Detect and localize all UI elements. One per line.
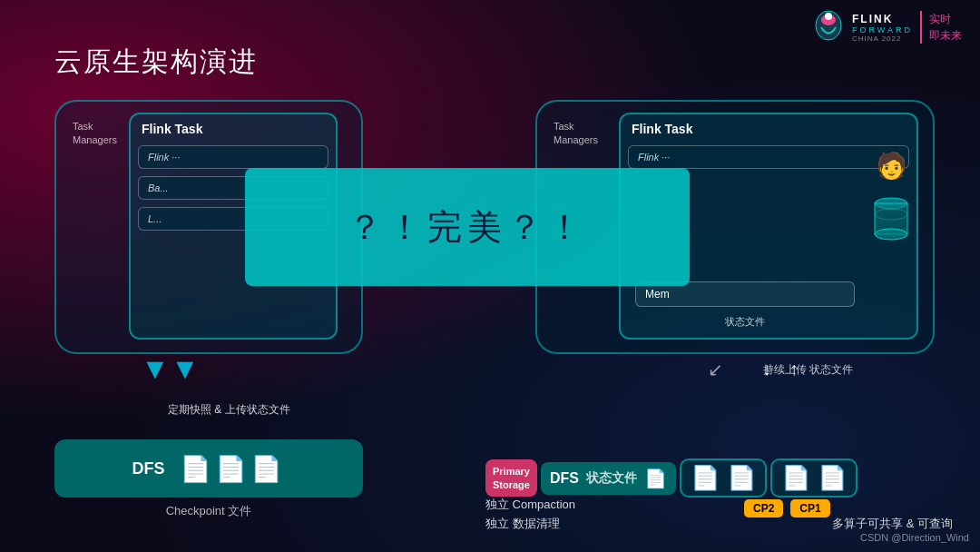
bottom-text-compaction: 独立 Compaction 独立 数据清理 (485, 496, 575, 534)
right-inner-block-1: Flink ··· (628, 145, 909, 169)
svg-point-5 (875, 229, 907, 240)
left-down-arrow-2: ▼ (171, 354, 200, 383)
logo-right: 实时 即未来 (920, 11, 962, 44)
right-task-manager-label: TaskManagers (554, 120, 598, 148)
periodic-label: 定期快照 & 上传状态文件 (168, 402, 290, 418)
logo-subtitle: CHINA 2022 (852, 34, 913, 43)
right-solid-arrow-1: ↓ (762, 359, 771, 380)
cp-file-icon-4: 📄 (818, 464, 847, 492)
cp-file-icon-2: 📄 (727, 464, 756, 492)
dfs-label-left: DFS (132, 459, 165, 478)
dfs-file-icon: 📄 (644, 468, 667, 489)
left-inner-block-1: Flink ··· (138, 145, 328, 169)
database-icon (873, 196, 909, 254)
cp-bracket-right: 📄 📄 (770, 458, 858, 498)
svg-point-2 (825, 13, 832, 20)
right-bottom-row: Primary Storage DFS 状态文件 📄 📄 📄 📄 📄 (485, 458, 966, 498)
continuous-upload-label: 持续上传 状态文件 (763, 361, 853, 378)
left-flink-task-title: Flink Task (131, 114, 336, 142)
watermark: CSDN @Direction_Wind (860, 532, 969, 543)
left-down-arrow-1: ▼ (141, 354, 170, 383)
dfs-box-right: DFS 状态文件 📄 (541, 462, 676, 495)
cp-bracket-left: 📄 📄 (680, 458, 767, 498)
flink-logo-text: FLINK (852, 13, 913, 25)
overlay-text: ？！完美？！ (348, 204, 587, 251)
logo-area: FLINK FORWARD CHINA 2022 实时 即未来 (808, 7, 962, 47)
human-figure-icon: 🧑 (876, 151, 907, 181)
right-solid-arrow-2: ↑ (789, 359, 799, 380)
right-flink-task-title: Flink Task (621, 114, 916, 142)
bottom-text-share: 多算子可共享 & 可查询 (832, 515, 953, 534)
cp1-badge: CP1 (790, 499, 829, 518)
dfs-label-right: DFS (550, 470, 579, 487)
state-file-label-right: 状态文件 (586, 470, 637, 487)
right-dashed-arrow-1: ↙ (708, 359, 723, 380)
cp-badges-row: CP2 CP1 (744, 499, 830, 518)
file-icons-left: 📄📄📄 (180, 454, 286, 484)
checkpoint-label: Checkpoint 文件 (54, 503, 363, 519)
forward-text: FORWARD (852, 25, 913, 34)
page-title: 云原生架构演进 (54, 44, 258, 81)
cp-file-icon-3: 📄 (781, 464, 810, 492)
dfs-box-left: DFS 📄📄📄 (54, 439, 363, 498)
flink-logo-icon (808, 7, 848, 47)
left-task-manager-label: TaskManagers (73, 120, 117, 148)
right-state-file-label-inner: 状态文件 (628, 315, 862, 329)
cp-file-icon-1: 📄 (691, 464, 720, 492)
cp2-badge: CP2 (744, 499, 783, 518)
primary-storage-box: Primary Storage (485, 459, 537, 497)
overlay-question-box: ？！完美？！ (245, 168, 690, 286)
